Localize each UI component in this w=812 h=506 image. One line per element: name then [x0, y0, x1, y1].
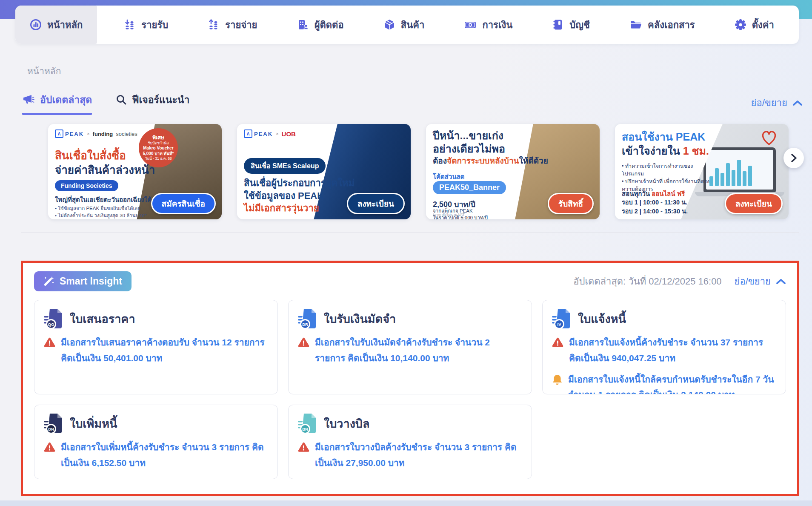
card-title: ใบรับเงินมัดจำ: [324, 310, 396, 328]
warning-triangle-icon: [298, 337, 309, 348]
alert-row: มีเอกสารใบวางบิลค้างรับชำระ จำนวน 3 รายก…: [298, 440, 522, 471]
banner-carousel: ΛPEAK × funding societies พิเศษ รับบัตรก…: [48, 124, 789, 219]
section-tabs: อัปเดตล่าสุด ฟีเจอร์แนะนำ: [22, 92, 189, 115]
nav-item-expense[interactable]: รายจ่าย: [195, 6, 270, 44]
tab-label: อัปเดตล่าสุด: [40, 92, 92, 107]
insight-card-debit-note[interactable]: DN ใบเพิ่มหนี้ มีเอกสารใบเพิ่มหนี้ค้างรั…: [34, 405, 278, 479]
nav-item-documents[interactable]: คลังเอกสาร: [617, 6, 708, 44]
session-times: รอบ 1 | 10:00 - 11:30 น. รอบ 2 | 14:00 -…: [622, 198, 688, 216]
smart-insight-section: Smart Insight อัปเดตล่าสุด: วันที่ 02/12…: [21, 261, 799, 496]
fine-print: *ราคายังไม่รวม VAT: [433, 212, 465, 218]
banner-brand-row: ΛPEAK × UOB: [244, 129, 296, 138]
nav-item-label: บัญชี: [569, 17, 590, 32]
smart-insight-label: Smart Insight: [60, 276, 122, 287]
product-box-icon: [383, 19, 395, 31]
banner-bullets: • ใช้ข้อมูลจาก PEAK ยื่นขอสินเชื่อได้เลย…: [55, 205, 146, 219]
card-title: ใบเสนอราคา: [70, 310, 135, 328]
folder-icon: [629, 19, 642, 31]
megaphone-icon: [22, 94, 35, 105]
smart-insight-header: Smart Insight อัปเดตล่าสุด: วันที่ 02/12…: [34, 271, 786, 291]
tab-latest-updates[interactable]: อัปเดตล่าสุด: [22, 92, 92, 115]
nav-item-accounting[interactable]: บัญชี: [539, 6, 603, 44]
banner-section-collapse-toggle[interactable]: ย่อ/ขยาย: [751, 95, 803, 110]
money-icon: [464, 19, 477, 31]
alert-text: มีเอกสารใบวางบิลค้างรับชำระ จำนวน 3 รายก…: [315, 440, 522, 471]
tab-recommended-features[interactable]: ฟีเจอร์แนะนำ: [116, 92, 189, 115]
chevron-up-icon: [776, 278, 786, 285]
billing-note-doc-icon: BN: [298, 413, 317, 434]
svg-text:DN: DN: [48, 427, 54, 431]
insight-collapse-toggle[interactable]: ย่อ/ขยาย: [735, 274, 786, 289]
nav-item-settings[interactable]: ตั้งค่า: [722, 6, 787, 44]
nav-item-home[interactable]: หน้าหลัก: [15, 6, 97, 44]
banner-pill: Funding Societies: [55, 180, 118, 191]
nav-item-income[interactable]: รายรับ: [111, 6, 181, 44]
heart-doodle-icon: [760, 129, 778, 146]
deposit-receipt-doc-icon: DR: [298, 308, 317, 329]
banner-funding-societies[interactable]: ΛPEAK × funding societies พิเศษ รับบัตรก…: [48, 124, 222, 219]
bottom-section-edge: [0, 500, 812, 506]
banner-title: ปีหน้า...ขายเก่ง อย่างเดียวไม่พอ ต้องจัด…: [433, 129, 548, 166]
breadcrumb: หน้าหลัก: [27, 64, 61, 78]
alert-text: มีเอกสารใบแจ้งหนี้ค้างรับชำระ จำนวน 37 ร…: [569, 335, 776, 366]
alert-row: มีเอกสารใบแจ้งหนี้ค้างรับชำระ จำนวน 37 ร…: [552, 335, 776, 366]
card-title: ใบวางบิล: [324, 414, 370, 433]
nav-item-label: ผู้ติดต่อ: [315, 17, 344, 32]
warning-triangle-icon: [552, 337, 563, 348]
carousel-next-button[interactable]: [783, 148, 804, 168]
nav-item-label: การเงิน: [482, 17, 512, 32]
alert-row: มีเอกสารใบเพิ่มหนี้ค้างรับชำระ จำนวน 3 ร…: [44, 440, 268, 471]
warning-triangle-icon: [298, 442, 309, 452]
nav-item-label: หน้าหลัก: [47, 17, 83, 32]
nav-item-label: ตั้งค่า: [752, 17, 774, 32]
banner-pill: สินเชื่อ SMEs Scaleup: [244, 158, 326, 174]
collapse-label: ย่อ/ขยาย: [751, 95, 787, 110]
banner-title: สินเชื่อผู้ประกอบการยุคใหม่ ใช้ข้อมูลของ…: [244, 177, 355, 215]
insight-card-quotation[interactable]: QO ใบเสนอราคา มีเอกสารใบเสนอราคาค้างตอบร…: [34, 300, 278, 394]
apply-loan-button[interactable]: สมัครสินเชื่อ: [151, 193, 216, 214]
collapse-label: ย่อ/ขยาย: [735, 274, 771, 289]
banner-brand-row: ΛPEAK × funding societies: [55, 129, 137, 138]
banner-peak50-discount[interactable]: ปีหน้า...ขายเก่ง อย่างเดียวไม่พอ ต้องจัด…: [426, 124, 600, 219]
dashboard-icon: [30, 19, 42, 31]
chevron-right-icon: [789, 153, 798, 163]
nav-item-finance[interactable]: การเงิน: [451, 6, 525, 44]
insight-cards-grid: QO ใบเสนอราคา มีเอกสารใบเสนอราคาค้างตอบร…: [34, 300, 786, 479]
insight-card-invoice[interactable]: IV ใบแจ้งหนี้ มีเอกสารใบแจ้งหนี้ค้างรับช…: [542, 300, 786, 394]
insight-card-billing-note[interactable]: BN ใบวางบิล มีเอกสารใบวางบิลค้างรับชำระ …: [288, 405, 532, 479]
ledger-book-icon: [552, 19, 564, 31]
alert-text: มีเอกสารใบรับเงินมัดจำค้างรับชำระ จำนวน …: [315, 335, 522, 366]
register-button[interactable]: ลงทะเบียน: [725, 193, 783, 214]
nav-item-contacts[interactable]: ผู้ติดต่อ: [284, 6, 357, 44]
main-nav: หน้าหลัก รายรับ รายจ่าย: [15, 6, 799, 44]
chevron-up-icon: [792, 100, 803, 106]
nav-item-products[interactable]: สินค้า: [371, 6, 437, 44]
quotation-doc-icon: QO: [44, 308, 63, 329]
income-icon: [124, 19, 136, 31]
insight-card-deposit-receipt[interactable]: DR ใบรับเงินมัดจำ มีเอกสารใบรับเงินมัดจำ…: [288, 300, 532, 394]
banner-title: สอนใช้งาน PEAK เข้าใจง่ายใน 1 ชม.: [622, 130, 709, 158]
svg-text:IV: IV: [558, 322, 562, 327]
nav-item-label: คลังเอกสาร: [648, 17, 695, 32]
last-updated-text: อัปเดตล่าสุด: วันที่ 02/12/2025 16:00: [573, 274, 721, 289]
alert-row: มีเอกสารใบรับเงินมัดจำค้างรับชำระ จำนวน …: [298, 335, 522, 366]
laptop-illustration: [703, 147, 776, 192]
warning-triangle-icon: [44, 337, 55, 348]
register-button[interactable]: ลงทะเบียน: [347, 193, 405, 214]
section-divider: [21, 232, 799, 233]
claim-offer-button[interactable]: รับสิทธิ์: [548, 193, 594, 214]
warning-triangle-icon: [44, 442, 55, 452]
alert-text: มีเอกสารใบแจ้งหนี้ใกล้ครบกำหนดรับชำระในอ…: [568, 372, 776, 395]
discount-code-label: โค้ดส่วนลด: [433, 172, 465, 182]
magic-wand-icon: [43, 276, 54, 287]
nav-item-label: รายจ่าย: [225, 17, 257, 32]
smart-insight-badge[interactable]: Smart Insight: [34, 271, 132, 291]
nav-item-label: รายรับ: [141, 17, 168, 32]
bell-icon: [552, 374, 563, 385]
banner-peak-training[interactable]: สอนใช้งาน PEAK เข้าใจง่ายใน 1 ชม. • ทำคว…: [615, 124, 789, 219]
alert-text: มีเอกสารใบเสนอราคาค้างตอบรับ จำนวน 12 รา…: [61, 335, 268, 366]
banner-subtitle: ใหญ่ที่สุดในเอเชียตะวันออกเฉียงใต้: [55, 195, 152, 205]
debit-note-doc-icon: DN: [44, 413, 63, 434]
banner-uob-sme-loan[interactable]: ΛPEAK × UOB สินเชื่อ SMEs Scaleup สินเชื…: [237, 124, 411, 219]
alert-row: มีเอกสารใบเสนอราคาค้างตอบรับ จำนวน 12 รา…: [44, 335, 268, 366]
